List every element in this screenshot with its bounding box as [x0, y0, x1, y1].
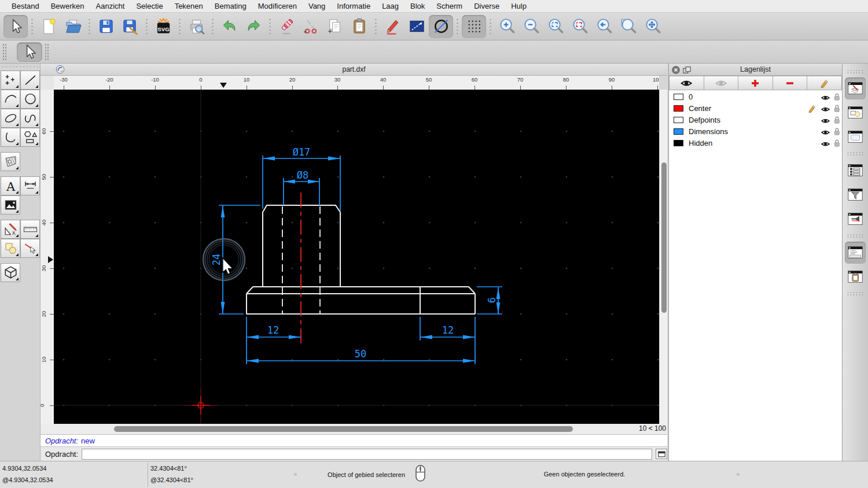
explode-tool-button[interactable] [20, 239, 40, 258]
paste-button[interactable] [347, 15, 372, 38]
menu-item-aanzicht[interactable]: Aanzicht [90, 0, 131, 13]
toolbar-handle[interactable] [45, 43, 49, 61]
win-filter-toggle-button[interactable] [845, 184, 866, 206]
menu-item-hulp[interactable]: Hulp [505, 0, 532, 13]
close-panel-icon[interactable] [671, 65, 681, 75]
menu-item-bestand[interactable]: Bestand [6, 0, 45, 13]
folder-open-button[interactable] [61, 15, 85, 38]
palette-handle[interactable] [1, 65, 38, 69]
layer-visibility-icon[interactable] [821, 128, 830, 135]
eraser-button[interactable] [274, 15, 299, 38]
zoom-auto-button[interactable] [543, 15, 568, 38]
layer-row-defpoints[interactable]: Defpoints [669, 114, 842, 125]
layer-row-dimensions[interactable]: Dimensions [669, 125, 842, 137]
win-command-widget-toggle-button[interactable] [845, 242, 866, 264]
edit-layer-button[interactable] [807, 76, 842, 90]
ellipse-tool-button[interactable] [429, 15, 453, 38]
doc-new-button[interactable] [36, 15, 61, 38]
zoom-previous-button[interactable] [592, 15, 616, 38]
drawing-canvas[interactable]: Ø17 Ø8 24 6 12 12 50 [54, 90, 659, 424]
win-entity-list-toggle-button[interactable] [845, 160, 866, 182]
line-tool-button[interactable] [20, 71, 40, 90]
menu-item-scherm[interactable]: Scherm [431, 0, 468, 13]
menu-item-informatie[interactable]: Informatie [331, 0, 376, 13]
save-button[interactable] [94, 15, 118, 38]
menu-item-vang[interactable]: Vang [303, 0, 331, 13]
vertical-scrollbar[interactable] [659, 90, 667, 424]
command-input[interactable] [82, 449, 652, 460]
cursor-arrow-button[interactable] [3, 15, 28, 38]
vertical-scrollbar-thumb[interactable] [661, 162, 667, 313]
horizontal-scrollbar-thumb[interactable] [114, 426, 573, 432]
show-all-layers-button[interactable] [669, 76, 704, 90]
redo-button[interactable] [241, 15, 266, 38]
menu-item-selectie[interactable]: Selectie [130, 0, 168, 13]
layer-visibility-icon[interactable] [821, 116, 830, 124]
vruler-tick [50, 223, 54, 223]
win-library-toggle-button[interactable] [845, 126, 866, 148]
circle-tool-button[interactable] [20, 90, 40, 109]
line-tool-button[interactable] [404, 15, 429, 38]
order-tool-button[interactable] [1, 239, 20, 258]
layer-lock-icon[interactable] [834, 139, 840, 147]
measure-tool-button[interactable] [20, 220, 40, 239]
arc-tool-button[interactable] [1, 90, 20, 109]
zoom-selection-button[interactable] [568, 15, 592, 38]
layer-visibility-icon[interactable] [821, 93, 830, 101]
command-window-button[interactable] [656, 449, 667, 459]
dock-handle[interactable] [847, 291, 864, 296]
menu-item-laag[interactable]: Laag [376, 0, 404, 13]
menu-item-diverse[interactable]: Diverse [468, 0, 505, 13]
layer-visibility-icon[interactable] [821, 105, 830, 112]
document-title-bar[interactable]: part.dxf [41, 64, 667, 76]
cut-button[interactable] [299, 15, 323, 38]
add-layer-button[interactable] [738, 76, 773, 90]
menu-item-tekenen[interactable]: Tekenen [169, 0, 209, 13]
zoom-out-button[interactable] [519, 15, 543, 38]
layer-row-hidden[interactable]: Hidden [669, 137, 842, 149]
menu-item-blok[interactable]: Blok [404, 0, 431, 13]
hatch-tool-button[interactable] [1, 152, 20, 171]
cube-tool-button[interactable] [1, 263, 20, 282]
edit-pen-button[interactable] [380, 15, 404, 38]
svg-export-button[interactable]: SVG [151, 15, 175, 38]
ellipse-tool-button[interactable] [1, 109, 20, 128]
win-pen-palette-toggle-button[interactable] [845, 208, 866, 230]
horizontal-scrollbar[interactable] [54, 424, 659, 434]
image-tool-button[interactable] [1, 195, 20, 215]
layer-row-center[interactable]: Center [669, 102, 842, 114]
save-as-button[interactable] [118, 15, 142, 38]
dock-handle[interactable] [847, 69, 864, 74]
win-layer-list-toggle-button[interactable] [845, 77, 866, 99]
menu-item-modificeren[interactable]: Modificeren [252, 0, 303, 13]
modify-tool-button[interactable] [1, 220, 20, 239]
toggle-layer-visibility-button[interactable] [704, 76, 739, 90]
menu-item-bemating[interactable]: Bemating [209, 0, 252, 13]
layer-lock-icon[interactable] [834, 93, 840, 101]
layer-lock-icon[interactable] [834, 104, 840, 113]
layer-visibility-icon[interactable] [821, 139, 830, 147]
zoom-pan-button[interactable] [641, 15, 665, 38]
win-clipboard-toggle-button[interactable] [845, 266, 866, 288]
zoom-in-button[interactable] [495, 15, 519, 38]
spline-tool-button[interactable] [20, 109, 40, 128]
points-tool-button[interactable] [1, 71, 20, 90]
undock-panel-icon[interactable] [682, 65, 692, 75]
dimension-tool-button[interactable] [20, 176, 40, 195]
layer-row-0[interactable]: 0 [669, 91, 842, 102]
copy-button[interactable] [323, 15, 347, 38]
polyline-tool-button[interactable] [1, 128, 20, 147]
undo-button[interactable] [217, 15, 241, 38]
select-tool-button[interactable] [17, 42, 42, 62]
layer-lock-icon[interactable] [834, 116, 840, 124]
layer-lock-icon[interactable] [834, 127, 840, 136]
win-block-list-toggle-button[interactable] [845, 102, 866, 124]
grid-toggle-button[interactable] [462, 15, 486, 38]
menu-item-bewerken[interactable]: Bewerken [45, 0, 90, 13]
zoom-window-button[interactable] [616, 15, 641, 38]
print-preview-button[interactable] [184, 15, 208, 38]
polygon-tool-button[interactable] [20, 128, 40, 147]
text-tool-button[interactable]: A [1, 176, 20, 195]
remove-layer-button[interactable] [773, 76, 808, 90]
toolbar-handle[interactable] [2, 43, 7, 61]
